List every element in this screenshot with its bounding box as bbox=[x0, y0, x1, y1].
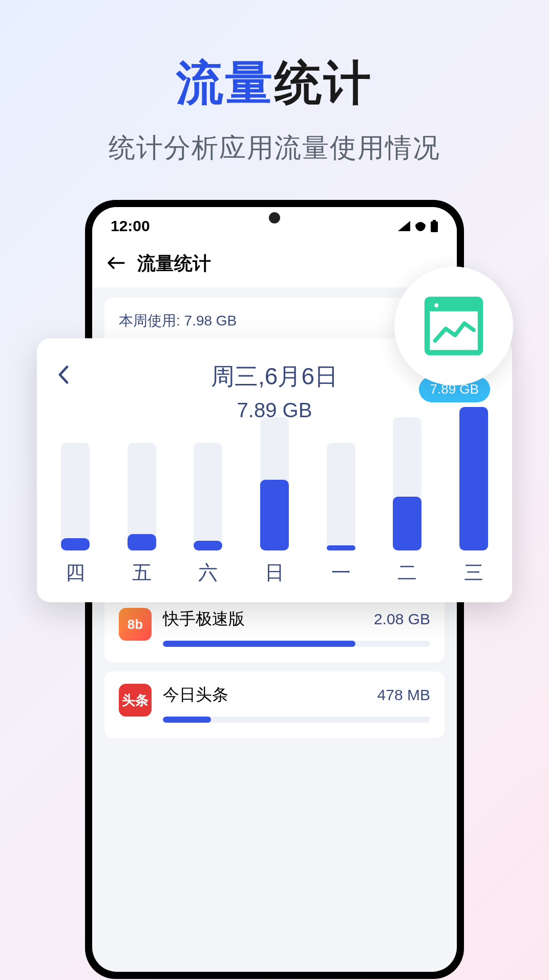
app-name: 快手极速版 bbox=[163, 608, 245, 630]
bar-fill bbox=[61, 538, 90, 550]
bar-track bbox=[393, 417, 421, 550]
bar-group[interactable]: 日 bbox=[257, 417, 292, 586]
app-usage-row[interactable]: 头条今日头条478 MB bbox=[104, 671, 445, 738]
bar-chart[interactable]: 四五六日一二7.89 GB三 bbox=[57, 442, 492, 586]
promo-title-blue: 流量 bbox=[176, 56, 274, 109]
bar-track bbox=[194, 443, 222, 550]
bar-label: 六 bbox=[198, 560, 218, 586]
app-header: 流量统计 bbox=[92, 242, 457, 288]
week-usage-label: 本周使用: 7.98 GB bbox=[119, 311, 430, 331]
svg-rect-1 bbox=[431, 221, 438, 232]
app-progress-track bbox=[163, 641, 430, 647]
bar-fill bbox=[393, 497, 421, 550]
bar-group[interactable]: 五 bbox=[124, 443, 160, 586]
app-info: 快手极速版2.08 GB bbox=[163, 608, 430, 647]
front-camera bbox=[269, 212, 280, 223]
bar-label: 四 bbox=[66, 560, 85, 586]
bar-label: 五 bbox=[132, 560, 152, 586]
bar-fill bbox=[128, 534, 156, 550]
status-time: 12:00 bbox=[111, 217, 150, 235]
chart-date-label: 周三,6月6日 bbox=[211, 361, 338, 393]
chart-feature-badge bbox=[394, 267, 513, 385]
signal-icon bbox=[397, 221, 411, 231]
chart-prev-button[interactable] bbox=[57, 364, 70, 390]
page-title: 流量统计 bbox=[137, 251, 211, 276]
wifi-icon bbox=[414, 221, 427, 231]
status-icons bbox=[397, 220, 438, 232]
bar-group[interactable]: 四 bbox=[57, 443, 93, 586]
bar-track bbox=[61, 443, 90, 550]
bar-group[interactable]: 一 bbox=[323, 443, 359, 586]
promo-title-black: 统计 bbox=[274, 56, 373, 109]
app-usage-value: 2.08 GB bbox=[374, 610, 430, 628]
bar-fill bbox=[459, 407, 488, 550]
app-progress-track bbox=[163, 717, 430, 723]
app-progress-fill bbox=[163, 641, 355, 647]
app-icon: 8b bbox=[119, 608, 152, 641]
bar-label: 日 bbox=[265, 560, 284, 586]
bar-group[interactable]: 六 bbox=[190, 443, 226, 586]
app-name: 今日头条 bbox=[163, 684, 228, 706]
bar-fill bbox=[194, 541, 222, 550]
app-usage-value: 478 MB bbox=[377, 686, 430, 704]
bar-group[interactable]: 7.89 GB三 bbox=[456, 407, 492, 586]
promo-title: 流量统计 bbox=[0, 0, 549, 115]
svg-rect-0 bbox=[433, 220, 436, 221]
promo-subtitle: 统计分析应用流量使用情况 bbox=[0, 130, 549, 166]
bar-track bbox=[327, 443, 355, 550]
bar-fill bbox=[327, 545, 355, 550]
app-info: 今日头条478 MB bbox=[163, 684, 430, 723]
bar-fill bbox=[260, 480, 289, 550]
bar-track bbox=[260, 417, 289, 550]
app-usage-row[interactable]: 8b快手极速版2.08 GB bbox=[104, 596, 445, 662]
battery-icon bbox=[430, 220, 438, 232]
bar-track: 7.89 GB bbox=[459, 407, 488, 550]
bar-track bbox=[128, 443, 156, 550]
svg-point-4 bbox=[434, 303, 438, 308]
app-progress-fill bbox=[163, 717, 211, 723]
bar-label: 二 bbox=[397, 560, 417, 586]
back-button[interactable] bbox=[107, 253, 125, 275]
bar-group[interactable]: 二 bbox=[389, 417, 425, 586]
bar-label: 三 bbox=[464, 560, 483, 586]
bar-label: 一 bbox=[331, 560, 351, 586]
app-icon: 头条 bbox=[119, 684, 152, 717]
chart-app-icon bbox=[420, 293, 487, 359]
